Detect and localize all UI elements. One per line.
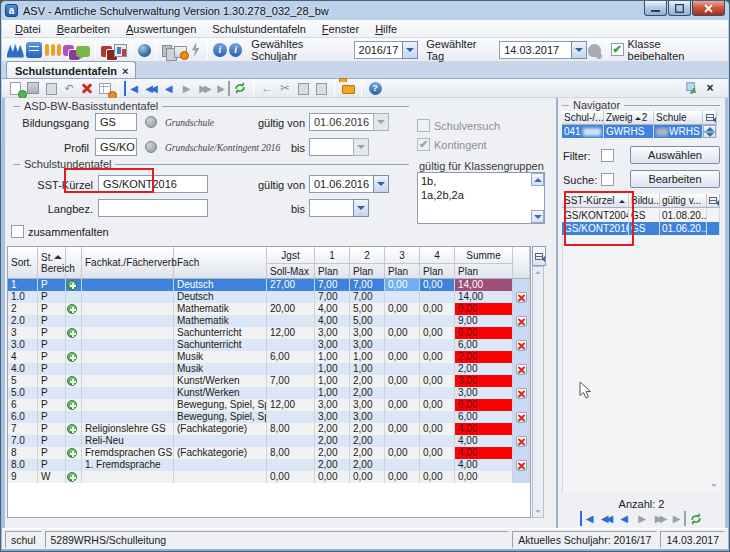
langbez-field[interactable] <box>98 199 208 217</box>
table-row[interactable]: 7.0PReli-Neu2,002,004,00 <box>8 435 530 447</box>
delete-row-icon[interactable] <box>516 460 527 471</box>
cell-icon[interactable] <box>66 339 82 351</box>
cell-soll-max[interactable]: 27,00 <box>267 279 315 291</box>
cell-fach[interactable]: Kunst/Werken <box>174 375 267 387</box>
table-row[interactable]: 5PKunst/Werken7,001,002,000,000,003,00 <box>8 375 530 387</box>
cell-sort[interactable]: 7.0 <box>8 435 38 447</box>
delete-row-icon[interactable] <box>516 316 527 327</box>
cell-delete[interactable] <box>513 339 530 351</box>
delete-row-icon[interactable] <box>516 364 527 375</box>
nav-first-icon[interactable]: ◀ <box>580 511 596 526</box>
cell-fach[interactable]: Deutsch <box>174 291 267 303</box>
cell-plan-2[interactable]: 7,00 <box>350 291 385 303</box>
cell-plan-4[interactable] <box>420 459 455 471</box>
cell-fach[interactable]: Bewegung, Spiel, Sport <box>174 399 267 411</box>
paste-icon[interactable] <box>317 83 326 93</box>
cell-icon[interactable] <box>66 363 82 375</box>
column-header-2[interactable]: 2 <box>350 247 385 263</box>
filter-checkbox[interactable] <box>601 149 614 162</box>
cell-bereich[interactable]: P <box>38 411 66 423</box>
school-col-header[interactable]: Schule <box>654 111 703 125</box>
stundentafel-table-header[interactable]: Sort. St.Bereich Fachkat./Fächerverb. Fa… <box>8 247 530 279</box>
result-cell-gueltig[interactable]: 01.08.20... <box>660 209 707 222</box>
lightning-icon[interactable] <box>189 42 202 57</box>
cell-plan-1[interactable]: 3,00 <box>315 411 350 423</box>
sst-bis-combobox[interactable] <box>309 199 369 219</box>
tag-combobox[interactable]: 14.03.2017 <box>499 41 587 59</box>
cell-sort[interactable]: 6 <box>8 399 38 411</box>
column-header-3[interactable]: 3 <box>385 247 420 263</box>
cell-plan-1[interactable]: 3,00 <box>315 327 350 339</box>
cell-icon[interactable] <box>66 411 82 423</box>
add-icon[interactable] <box>67 472 77 482</box>
cell-bereich[interactable]: P <box>38 375 66 387</box>
cell-plan-2[interactable]: 1,00 <box>350 363 385 375</box>
cell-icon[interactable] <box>66 315 82 327</box>
cell-bereich[interactable]: P <box>38 279 66 291</box>
sst-kuerzel-field[interactable]: GS/KONT2016 <box>98 175 208 193</box>
nav-next-icon[interactable]: ▶ <box>178 81 194 96</box>
cell-plan-1[interactable]: 3,00 <box>315 339 350 351</box>
window-badge-icon[interactable] <box>174 46 188 58</box>
cell-soll-max[interactable] <box>267 339 315 351</box>
cell-plan-4[interactable] <box>420 411 455 423</box>
add-icon[interactable] <box>67 304 77 314</box>
column-header-fach[interactable]: Fach <box>174 247 267 278</box>
cell-delete[interactable] <box>513 447 530 459</box>
auswaehlen-button[interactable]: Auswählen <box>630 146 720 164</box>
cell-summe[interactable]: 2,00 <box>455 351 513 363</box>
chart-board-icon[interactable] <box>114 44 128 57</box>
cell-fach[interactable] <box>174 471 267 483</box>
table-settings-button[interactable] <box>532 246 546 266</box>
cell-fach[interactable]: (Fachkategorie) <box>174 447 267 459</box>
add-icon[interactable] <box>67 352 77 362</box>
result-cell-kuerzel[interactable]: GS/KONT2016 <box>562 222 629 235</box>
cell-bereich[interactable]: P <box>38 303 66 315</box>
school-col-header[interactable]: Schul-/...1 <box>562 111 604 125</box>
menu-datei[interactable]: Datei <box>8 21 48 37</box>
klassengruppen-scrollbar[interactable] <box>531 173 544 223</box>
menu-schulstundentafeln[interactable]: Schulstundentafeln <box>205 21 313 37</box>
cell-icon[interactable] <box>66 303 82 315</box>
nav-prev-icon[interactable]: ◀ <box>616 511 632 526</box>
cell-fach[interactable]: Deutsch <box>174 279 267 291</box>
tab-schulstundentafeln[interactable]: Schulstundentafeln × <box>6 61 136 78</box>
speech-bubbles-icon[interactable] <box>63 45 75 56</box>
result-table-settings-button[interactable] <box>707 194 720 208</box>
cell-summe[interactable]: 6,00 <box>455 339 513 351</box>
cell-plan-4[interactable] <box>420 435 455 447</box>
cell-plan-2[interactable]: 0,00 <box>350 471 385 483</box>
menu-auswertungen[interactable]: Auswertungen <box>119 21 203 37</box>
cell-icon[interactable] <box>66 471 82 483</box>
cell-plan-3[interactable] <box>385 315 420 327</box>
column-header-summe[interactable]: Summe <box>455 247 513 263</box>
cell-delete[interactable] <box>513 291 530 303</box>
add-icon[interactable] <box>67 400 77 410</box>
cell-fach[interactable] <box>174 459 267 471</box>
cell-bereich[interactable]: P <box>38 423 66 435</box>
school-row-schule[interactable]: WRHS <box>654 125 703 138</box>
delete-row-icon[interactable] <box>516 412 527 423</box>
bearbeiten-button[interactable]: Bearbeiten <box>630 170 720 188</box>
cell-fachkat[interactable] <box>82 303 174 315</box>
cell-bereich[interactable]: P <box>38 435 66 447</box>
result-col-header-bildungsgang[interactable]: Bildu... <box>629 194 660 208</box>
cell-fachkat[interactable] <box>82 327 174 339</box>
school-table-settings-button[interactable] <box>703 111 717 125</box>
cell-fach[interactable]: Sachunterricht <box>174 339 267 351</box>
cell-sort[interactable]: 5.0 <box>8 387 38 399</box>
result-cell-bildungsgang[interactable]: GS <box>629 222 660 235</box>
cell-icon[interactable] <box>66 291 82 303</box>
cell-fachkat[interactable]: Religionslehre GS <box>82 423 174 435</box>
column-header-bereich[interactable]: St.Bereich <box>38 247 66 278</box>
cell-plan-2[interactable]: 3,00 <box>350 411 385 423</box>
cell-summe[interactable]: 6,00 <box>455 399 513 411</box>
cell-plan-4[interactable]: 0,00 <box>420 375 455 387</box>
add-icon[interactable] <box>67 280 77 290</box>
cell-soll-max[interactable]: 12,00 <box>267 399 315 411</box>
cell-plan-4[interactable]: 0,00 <box>420 447 455 459</box>
globe-icon[interactable] <box>138 44 151 57</box>
cell-sort[interactable]: 2.0 <box>8 315 38 327</box>
cell-plan-1[interactable]: 1,00 <box>315 351 350 363</box>
cell-plan-1[interactable]: 0,00 <box>315 471 350 483</box>
